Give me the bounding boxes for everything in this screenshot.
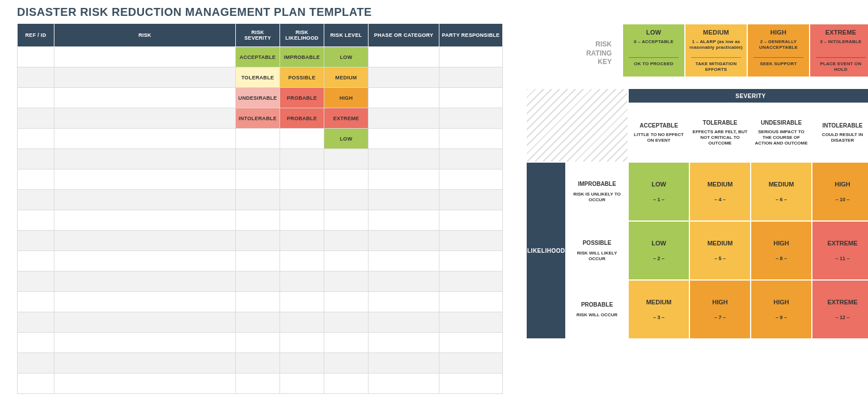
table-cell[interactable] [280, 353, 324, 373]
table-cell[interactable] [439, 210, 503, 231]
table-cell[interactable] [54, 149, 236, 169]
table-cell[interactable] [54, 312, 236, 333]
table-cell[interactable] [54, 231, 236, 251]
table-cell[interactable] [369, 312, 439, 333]
table-cell[interactable] [236, 373, 280, 394]
table-cell[interactable] [280, 190, 324, 210]
table-cell[interactable] [236, 149, 280, 169]
table-cell[interactable] [324, 333, 369, 353]
table-cell[interactable] [324, 210, 369, 231]
table-cell[interactable] [324, 292, 369, 312]
table-cell[interactable] [369, 292, 439, 312]
table-cell[interactable] [439, 231, 503, 251]
table-cell[interactable] [369, 88, 439, 108]
table-cell[interactable]: HIGH [324, 88, 369, 108]
table-cell[interactable] [439, 312, 503, 333]
table-cell[interactable] [236, 353, 280, 373]
table-cell[interactable] [236, 292, 280, 312]
table-cell[interactable] [18, 88, 54, 108]
table-cell[interactable] [280, 129, 324, 149]
table-cell[interactable] [369, 67, 439, 88]
table-cell[interactable] [18, 292, 54, 312]
table-cell[interactable] [439, 271, 503, 292]
table-cell[interactable] [236, 333, 280, 353]
table-cell[interactable] [369, 149, 439, 169]
table-cell[interactable] [236, 169, 280, 190]
table-cell[interactable] [324, 231, 369, 251]
table-cell[interactable] [18, 108, 54, 129]
table-cell[interactable] [439, 67, 503, 88]
table-cell[interactable] [54, 108, 236, 129]
table-cell[interactable] [280, 149, 324, 169]
table-cell[interactable] [54, 333, 236, 353]
table-cell[interactable] [369, 210, 439, 231]
table-cell[interactable] [54, 353, 236, 373]
table-cell[interactable] [54, 251, 236, 271]
table-cell[interactable]: EXTREME [324, 108, 369, 129]
table-cell[interactable] [369, 190, 439, 210]
table-cell[interactable]: MEDIUM [324, 67, 369, 88]
table-cell[interactable] [324, 251, 369, 271]
table-cell[interactable] [369, 271, 439, 292]
table-cell[interactable] [369, 353, 439, 373]
table-cell[interactable] [324, 271, 369, 292]
table-cell[interactable] [369, 169, 439, 190]
table-cell[interactable]: LOW [324, 47, 369, 67]
table-cell[interactable] [18, 169, 54, 190]
table-cell[interactable] [236, 271, 280, 292]
table-cell[interactable]: LOW [324, 129, 369, 149]
table-cell[interactable] [54, 67, 236, 88]
table-cell[interactable] [369, 129, 439, 149]
table-cell[interactable] [18, 271, 54, 292]
table-cell[interactable] [18, 67, 54, 88]
table-cell[interactable] [439, 333, 503, 353]
table-cell[interactable] [369, 108, 439, 129]
table-cell[interactable]: PROBABLE [280, 108, 324, 129]
table-cell[interactable] [280, 210, 324, 231]
table-cell[interactable]: POSSIBLE [280, 67, 324, 88]
table-cell[interactable]: IMPROBABLE [280, 47, 324, 67]
table-cell[interactable] [18, 373, 54, 394]
table-cell[interactable] [236, 251, 280, 271]
table-cell[interactable] [54, 373, 236, 394]
table-cell[interactable] [439, 251, 503, 271]
table-cell[interactable]: INTOLERABLE [236, 108, 280, 129]
table-cell[interactable] [54, 292, 236, 312]
table-cell[interactable] [54, 88, 236, 108]
table-cell[interactable] [54, 210, 236, 231]
table-cell[interactable] [54, 271, 236, 292]
table-cell[interactable]: ACCEPTABLE [236, 47, 280, 67]
table-cell[interactable] [280, 231, 324, 251]
table-cell[interactable] [439, 129, 503, 149]
table-cell[interactable] [439, 373, 503, 394]
table-cell[interactable] [18, 149, 54, 169]
table-cell[interactable] [324, 169, 369, 190]
table-cell[interactable] [439, 88, 503, 108]
table-cell[interactable] [18, 333, 54, 353]
table-cell[interactable] [18, 190, 54, 210]
table-cell[interactable] [18, 353, 54, 373]
table-cell[interactable] [18, 312, 54, 333]
table-cell[interactable] [439, 190, 503, 210]
table-cell[interactable] [18, 210, 54, 231]
table-cell[interactable] [324, 149, 369, 169]
table-cell[interactable]: TOLERABLE [236, 67, 280, 88]
table-cell[interactable] [439, 353, 503, 373]
table-cell[interactable] [236, 210, 280, 231]
table-cell[interactable] [18, 251, 54, 271]
table-cell[interactable] [439, 149, 503, 169]
table-cell[interactable] [18, 231, 54, 251]
table-cell[interactable] [439, 47, 503, 67]
table-cell[interactable] [280, 292, 324, 312]
table-cell[interactable] [54, 129, 236, 149]
table-cell[interactable] [54, 169, 236, 190]
table-cell[interactable] [280, 333, 324, 353]
table-cell[interactable] [18, 47, 54, 67]
table-cell[interactable] [369, 373, 439, 394]
table-cell[interactable] [324, 353, 369, 373]
table-cell[interactable]: UNDESIRABLE [236, 88, 280, 108]
table-cell[interactable] [236, 231, 280, 251]
table-cell[interactable] [280, 373, 324, 394]
table-cell[interactable] [324, 312, 369, 333]
table-cell[interactable] [369, 47, 439, 67]
